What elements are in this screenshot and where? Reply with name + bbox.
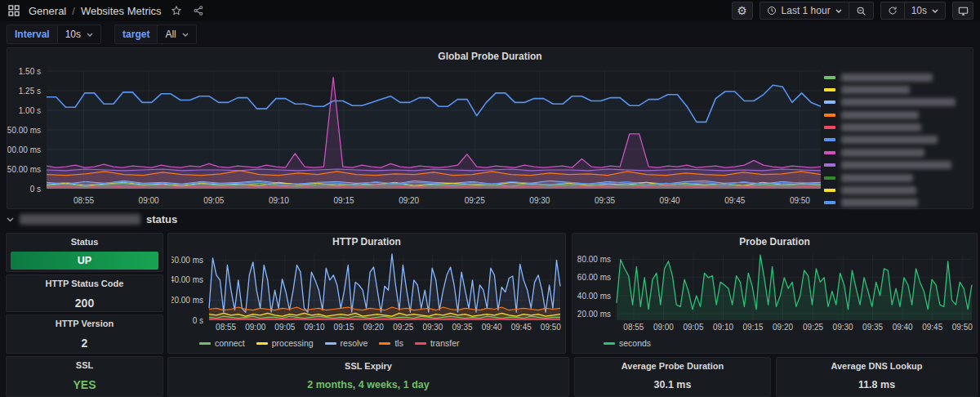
legend-item[interactable]	[824, 136, 971, 145]
legend-series-swatch	[824, 201, 835, 204]
panel-title[interactable]: HTTP Duration	[168, 234, 565, 250]
variable-interval: Interval 10s	[7, 25, 101, 44]
svg-text:09:05: 09:05	[274, 323, 295, 332]
legend-item[interactable]	[824, 110, 971, 119]
svg-text:09:00: 09:00	[245, 323, 265, 332]
legend-series-swatch	[604, 342, 615, 345]
legend-item[interactable]	[824, 148, 971, 157]
dashboard-row-header[interactable]: status	[7, 213, 177, 225]
variable-target: target All	[114, 25, 197, 44]
panel-title[interactable]: Probe Duration	[572, 234, 977, 250]
dashboard-title[interactable]: Websites Metrics	[81, 5, 162, 17]
svg-text:09:20: 09:20	[399, 196, 419, 205]
panel-title[interactable]: Average DNS Lookup	[777, 358, 977, 374]
zoom-out-button[interactable]	[849, 2, 873, 19]
legend-item[interactable]	[824, 73, 971, 82]
svg-text:09:15: 09:15	[743, 323, 764, 332]
svg-text:0 s: 0 s	[30, 185, 41, 194]
svg-text:09:05: 09:05	[683, 323, 703, 332]
redacted-series-name	[841, 186, 916, 194]
average-dns-lookup-value: 11.8 ms	[777, 374, 977, 390]
http-status-code-value: 200	[7, 292, 163, 310]
legend-item-connect[interactable]: connect	[199, 338, 245, 348]
ssl-value: YES	[7, 373, 163, 391]
ssl-expiry-value: 2 months, 4 weeks, 1 day	[168, 374, 568, 390]
legend-item[interactable]	[824, 98, 971, 107]
star-icon[interactable]	[169, 3, 184, 18]
panel-http-duration: HTTP Duration 08:5509:0009:0509:1009:150…	[167, 233, 566, 354]
legend-item[interactable]	[824, 123, 971, 132]
cycle-view-mode-button[interactable]	[952, 2, 973, 20]
legend-series-swatch	[415, 342, 426, 345]
legend-item-seconds[interactable]: seconds	[604, 338, 651, 348]
legend-item-transfer[interactable]: transfer	[415, 338, 460, 348]
variable-target-value-dropdown[interactable]: All	[157, 25, 196, 44]
svg-text:09:30: 09:30	[529, 196, 550, 205]
http-version-value: 2	[7, 332, 163, 350]
breadcrumb-separator: /	[72, 5, 75, 17]
svg-text:09:25: 09:25	[393, 323, 413, 332]
svg-text:09:05: 09:05	[203, 196, 224, 205]
svg-text:08:55: 08:55	[216, 323, 236, 332]
legend-item[interactable]	[824, 198, 971, 207]
time-range-label: Last 1 hour	[782, 5, 831, 16]
legend-item[interactable]	[824, 186, 971, 195]
share-icon[interactable]	[191, 3, 206, 18]
redacted-series-name	[841, 174, 913, 182]
variable-interval-value-dropdown[interactable]: 10s	[57, 25, 101, 44]
legend-series-name: tls	[394, 338, 403, 348]
panel-status: Status UP	[6, 233, 163, 272]
svg-text:09:35: 09:35	[452, 323, 473, 332]
panel-title[interactable]: HTTP Version	[7, 315, 163, 332]
svg-text:09:25: 09:25	[803, 323, 823, 332]
refresh-icon	[888, 6, 898, 16]
refresh-button[interactable]	[881, 2, 904, 19]
global-probe-duration-chart[interactable]: 08:5509:0009:0509:1009:1509:2009:2509:30…	[7, 65, 824, 210]
chart-legend: connectprocessingresolvetlstransfer	[168, 337, 565, 348]
panel-title[interactable]: Average Probe Duration	[575, 358, 770, 374]
probe-duration-chart[interactable]: 08:5509:0009:0509:1009:1509:2009:2509:30…	[576, 250, 977, 337]
legend-item-resolve[interactable]: resolve	[325, 338, 368, 348]
svg-text:60.00 ms: 60.00 ms	[172, 256, 203, 265]
legend-series-swatch	[325, 342, 336, 345]
dashboard-settings-button[interactable]: ⚙	[732, 2, 753, 20]
svg-text:09:45: 09:45	[922, 323, 942, 332]
chevron-down-icon	[932, 9, 938, 13]
legend-item-tls[interactable]: tls	[379, 338, 403, 348]
legend-item-processing[interactable]: processing	[256, 338, 314, 348]
svg-text:40.00 ms: 40.00 ms	[577, 292, 611, 301]
legend-series-swatch	[824, 189, 835, 192]
redacted-series-name	[841, 149, 924, 157]
apps-grid-icon[interactable]	[7, 3, 21, 18]
panel-title[interactable]: SSL	[7, 357, 163, 373]
refresh-controls: 10s	[880, 2, 946, 20]
panel-title[interactable]: Global Probe Duration	[7, 48, 973, 65]
legend-item[interactable]	[824, 85, 971, 94]
panel-title[interactable]: Status	[7, 234, 163, 250]
redacted-series-name	[841, 198, 918, 207]
legend-item[interactable]	[824, 173, 971, 182]
redacted-series-name	[841, 136, 938, 144]
redacted-row-name	[20, 214, 140, 225]
time-picker-button[interactable]: Last 1 hour	[760, 2, 849, 19]
svg-text:09:50: 09:50	[541, 323, 561, 332]
legend-item[interactable]	[824, 161, 971, 170]
svg-text:09:30: 09:30	[422, 323, 443, 332]
breadcrumb-section[interactable]: General	[29, 5, 66, 17]
http-duration-chart[interactable]: 08:5509:0009:0509:1009:1509:2009:2509:30…	[172, 250, 565, 337]
legend-series-name: processing	[272, 338, 314, 348]
average-probe-duration-value: 30.1 ms	[575, 374, 770, 390]
row-title-suffix: status	[146, 213, 177, 225]
svg-text:09:00: 09:00	[139, 196, 159, 205]
svg-text:08:55: 08:55	[623, 323, 644, 332]
svg-text:09:15: 09:15	[334, 323, 354, 332]
panel-title[interactable]: HTTP Status Code	[7, 275, 163, 292]
svg-text:09:20: 09:20	[363, 323, 384, 332]
svg-text:09:40: 09:40	[893, 323, 913, 332]
refresh-interval-dropdown[interactable]: 10s	[904, 2, 945, 19]
grafana-dashboard: General / Websites Metrics ⚙ Last 1 hour	[0, 0, 980, 397]
top-nav: General / Websites Metrics ⚙ Last 1 hour	[0, 0, 980, 21]
panel-ssl: SSL YES	[6, 356, 163, 397]
svg-text:09:35: 09:35	[595, 196, 615, 205]
panel-title[interactable]: SSL Expiry	[168, 358, 568, 374]
